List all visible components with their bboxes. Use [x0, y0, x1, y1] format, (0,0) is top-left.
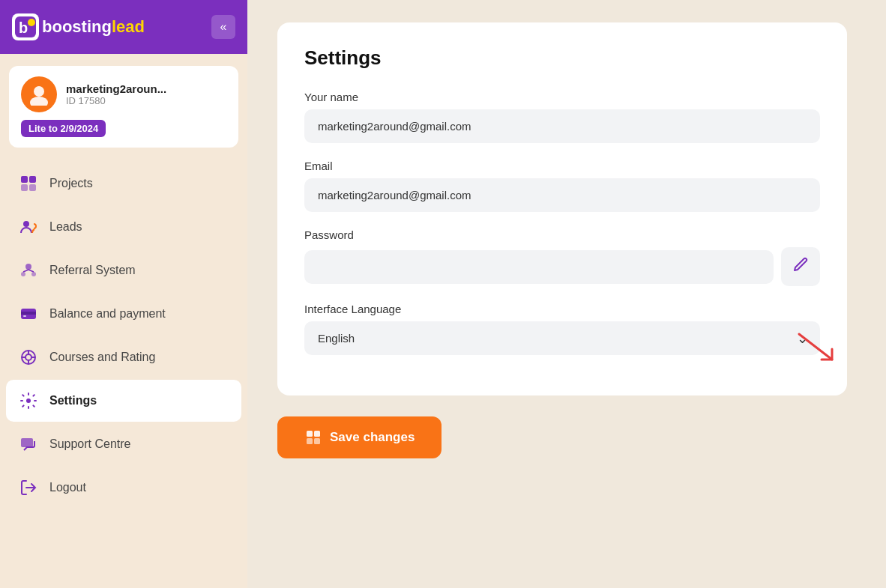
svg-point-2: [28, 19, 35, 26]
page-title: Settings: [304, 46, 820, 70]
svg-rect-15: [23, 315, 26, 317]
support-icon: [18, 434, 39, 455]
svg-rect-7: [21, 184, 28, 191]
svg-rect-5: [21, 176, 28, 183]
arrow-indicator: [793, 328, 838, 369]
password-group: Password: [304, 228, 820, 286]
svg-rect-23: [21, 438, 33, 447]
referral-icon: [18, 260, 39, 281]
svg-text:b: b: [19, 19, 28, 36]
name-input[interactable]: [304, 109, 820, 143]
svg-rect-24: [307, 431, 313, 437]
sidebar-item-balance-label: Balance and payment: [49, 307, 166, 321]
leads-icon: [18, 216, 39, 237]
settings-icon: [18, 390, 39, 411]
logo-icon: b: [12, 13, 39, 40]
language-select[interactable]: English Spanish French German: [304, 321, 820, 355]
sidebar-item-settings[interactable]: Settings: [6, 380, 241, 422]
password-edit-button[interactable]: [781, 247, 820, 286]
email-group: Email: [304, 160, 820, 212]
sidebar-item-logout-label: Logout: [49, 481, 86, 494]
courses-icon: [18, 347, 39, 368]
sidebar-item-balance[interactable]: Balance and payment: [6, 293, 241, 335]
svg-point-4: [30, 97, 48, 106]
svg-point-10: [25, 264, 31, 270]
projects-icon: [18, 173, 39, 194]
save-button-label: Save changes: [330, 430, 415, 445]
balance-icon: [18, 303, 39, 324]
svg-rect-6: [29, 176, 36, 183]
main-content: Settings Your name Email Password: [247, 0, 886, 588]
sidebar-item-support-label: Support Centre: [49, 437, 131, 451]
svg-point-17: [25, 354, 31, 360]
password-label: Password: [304, 228, 820, 241]
logo: b boostinglead: [12, 13, 145, 40]
sidebar-item-leads-label: Leads: [49, 220, 82, 234]
svg-point-22: [26, 398, 31, 403]
sidebar-item-referral-label: Referral System: [49, 264, 136, 277]
logout-icon: [18, 477, 39, 498]
sidebar-item-support[interactable]: Support Centre: [6, 423, 241, 465]
sidebar-item-settings-label: Settings: [49, 394, 97, 407]
sidebar-item-projects-label: Projects: [49, 177, 93, 190]
svg-rect-8: [29, 184, 36, 191]
svg-rect-25: [314, 431, 320, 437]
svg-rect-27: [314, 438, 320, 444]
pencil-icon: [792, 257, 809, 277]
sidebar-item-logout[interactable]: Logout: [6, 467, 241, 509]
svg-rect-26: [307, 438, 313, 444]
email-label: Email: [304, 160, 820, 172]
sidebar-nav: Projects Leads: [0, 160, 247, 588]
user-card: marketing2aroun... ID 17580 Lite to 2/9/…: [9, 66, 238, 148]
user-name: marketing2aroun...: [66, 82, 166, 95]
name-label: Your name: [304, 91, 820, 103]
user-id: ID 17580: [66, 95, 166, 106]
save-icon: [304, 428, 322, 446]
sidebar-item-courses-label: Courses and Rating: [49, 351, 155, 364]
svg-rect-14: [21, 312, 36, 315]
language-label: Interface Language: [304, 303, 820, 315]
save-changes-button[interactable]: Save changes: [277, 416, 442, 458]
sidebar-item-projects[interactable]: Projects: [6, 163, 241, 204]
plan-badge: Lite to 2/9/2024: [21, 120, 106, 137]
svg-point-9: [23, 221, 29, 227]
sidebar-collapse-button[interactable]: «: [211, 15, 235, 39]
settings-card: Settings Your name Email Password: [277, 22, 847, 395]
sidebar-item-courses[interactable]: Courses and Rating: [6, 336, 241, 378]
svg-point-11: [21, 272, 25, 276]
svg-point-3: [34, 86, 44, 97]
svg-point-12: [31, 272, 36, 276]
sidebar-item-referral[interactable]: Referral System: [6, 249, 241, 291]
avatar: [21, 76, 57, 112]
email-input[interactable]: [304, 178, 820, 212]
language-group: Interface Language English Spanish Frenc…: [304, 303, 820, 355]
password-input[interactable]: [304, 250, 774, 284]
name-group: Your name: [304, 91, 820, 143]
sidebar-item-leads[interactable]: Leads: [6, 206, 241, 248]
